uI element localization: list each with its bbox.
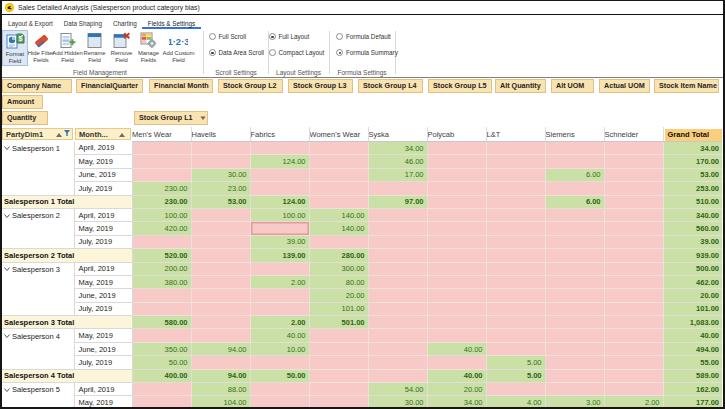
value-cell[interactable] xyxy=(427,235,486,248)
value-cell[interactable] xyxy=(132,155,191,168)
value-cell[interactable] xyxy=(604,275,663,288)
value-cell[interactable] xyxy=(427,356,486,369)
value-cell[interactable] xyxy=(545,302,604,315)
grand-total-cell[interactable]: 39.00 xyxy=(663,235,722,248)
value-cell[interactable] xyxy=(250,396,309,409)
value-cell[interactable] xyxy=(132,142,191,155)
value-cell[interactable] xyxy=(132,396,191,409)
total-value-cell[interactable]: 580.00 xyxy=(132,316,191,329)
value-cell[interactable] xyxy=(604,383,663,396)
value-cell[interactable] xyxy=(545,342,604,355)
row-label-month[interactable]: July, 2019 xyxy=(74,235,132,248)
grand-total-cell[interactable]: 40.00 xyxy=(663,329,722,342)
field-button-alt-quantity[interactable]: Alt Quantity xyxy=(495,79,546,93)
column-header[interactable]: Havells xyxy=(191,127,250,142)
value-cell[interactable] xyxy=(368,235,427,248)
row-label-month[interactable]: May, 2019 xyxy=(74,222,132,235)
total-value-cell[interactable]: 280.00 xyxy=(309,249,368,262)
value-cell[interactable] xyxy=(368,275,427,288)
value-cell[interactable]: 20.00 xyxy=(427,383,486,396)
grand-total-cell[interactable]: 560.00 xyxy=(663,222,722,235)
total-value-cell[interactable] xyxy=(486,249,545,262)
row-label-salesperson[interactable]: Salesperson 4 xyxy=(1,329,74,369)
value-cell[interactable] xyxy=(309,168,368,181)
value-cell[interactable] xyxy=(604,289,663,302)
field-button-financialquarter[interactable]: FinancialQuarter xyxy=(76,79,143,93)
row-label-month[interactable]: July, 2019 xyxy=(74,182,132,195)
value-cell[interactable] xyxy=(191,222,250,235)
column-header[interactable]: Syska xyxy=(368,127,427,142)
value-cell[interactable] xyxy=(250,356,309,369)
value-cell[interactable] xyxy=(545,329,604,342)
total-value-cell[interactable] xyxy=(545,249,604,262)
row-label-salesperson[interactable]: Salesperson 2 xyxy=(1,208,74,248)
field-button-stock-group-l2[interactable]: Stock Group L2 xyxy=(218,79,283,93)
value-cell[interactable] xyxy=(545,262,604,275)
total-value-cell[interactable] xyxy=(604,316,663,329)
value-cell[interactable] xyxy=(545,383,604,396)
value-cell[interactable] xyxy=(191,142,250,155)
total-value-cell[interactable]: 6.00 xyxy=(545,195,604,208)
value-cell[interactable] xyxy=(545,208,604,221)
row-label-month[interactable]: June, 2019 xyxy=(74,168,132,181)
field-button-stock-group-l3[interactable]: Stock Group L3 xyxy=(288,79,353,93)
field-button-stock-group-l4[interactable]: Stock Group L4 xyxy=(358,79,423,93)
value-cell[interactable] xyxy=(545,182,604,195)
column-field-dropdown[interactable]: Stock Group L1 ▼ xyxy=(134,111,208,125)
value-cell[interactable] xyxy=(250,142,309,155)
column-header[interactable]: Fabrics xyxy=(250,127,309,142)
grand-total-header[interactable]: Grand Total xyxy=(663,127,722,142)
total-row-label[interactable]: Salesperson 1 Total xyxy=(1,195,132,208)
value-cell[interactable]: 88.00 xyxy=(191,383,250,396)
value-cell[interactable]: 46.00 xyxy=(368,155,427,168)
radio-formula-default[interactable]: Formula Default xyxy=(336,33,391,40)
value-cell[interactable] xyxy=(368,262,427,275)
value-cell[interactable] xyxy=(309,356,368,369)
value-cell[interactable] xyxy=(604,155,663,168)
value-cell[interactable]: 101.00 xyxy=(309,302,368,315)
value-cell[interactable] xyxy=(368,289,427,302)
ribbon-button-add-hidden[interactable]: Add HiddenField xyxy=(54,30,81,66)
field-button-quantity[interactable]: Quantity xyxy=(2,111,48,125)
column-header[interactable]: L&T xyxy=(486,127,545,142)
value-cell[interactable]: 6.00 xyxy=(545,168,604,181)
total-value-cell[interactable]: 94.00 xyxy=(191,369,250,382)
total-value-cell[interactable] xyxy=(191,249,250,262)
value-cell[interactable] xyxy=(486,208,545,221)
grand-total-cell[interactable]: 34.00 xyxy=(663,142,722,155)
grand-total-cell[interactable]: 253.00 xyxy=(663,182,722,195)
total-value-cell[interactable]: 2.00 xyxy=(250,316,309,329)
value-cell[interactable] xyxy=(427,155,486,168)
value-cell[interactable] xyxy=(604,262,663,275)
row-label-salesperson[interactable]: Salesperson 5 xyxy=(1,383,74,409)
tab-layout-export[interactable]: Layout & Export xyxy=(3,18,59,30)
chevron-expand-icon[interactable] xyxy=(4,265,10,274)
ribbon-button-remove-field[interactable]: RemoveField xyxy=(108,30,135,66)
value-cell[interactable] xyxy=(368,208,427,221)
value-cell[interactable] xyxy=(545,142,604,155)
value-cell[interactable] xyxy=(545,235,604,248)
field-button-financial-month[interactable]: Financial Month xyxy=(149,79,213,93)
value-cell[interactable] xyxy=(604,208,663,221)
value-cell[interactable] xyxy=(132,302,191,315)
total-row-label[interactable]: Salesperson 3 Total xyxy=(1,316,132,329)
value-cell[interactable]: 20.00 xyxy=(309,289,368,302)
grand-total-cell[interactable]: 20.00 xyxy=(663,289,722,302)
value-cell[interactable] xyxy=(191,155,250,168)
value-cell[interactable] xyxy=(191,356,250,369)
row-label-month[interactable]: May, 2019 xyxy=(74,329,132,342)
value-cell[interactable] xyxy=(309,235,368,248)
value-cell[interactable] xyxy=(604,235,663,248)
grand-total-cell[interactable]: 589.00 xyxy=(663,369,722,382)
value-cell[interactable] xyxy=(604,168,663,181)
value-cell[interactable] xyxy=(604,302,663,315)
row-label-month[interactable]: April, 2019 xyxy=(74,208,132,221)
ribbon-button-hide-filter[interactable]: Hide FilterFields xyxy=(28,30,54,66)
value-cell[interactable] xyxy=(604,356,663,369)
value-cell[interactable] xyxy=(309,155,368,168)
value-cell[interactable]: 420.00 xyxy=(132,222,191,235)
value-cell[interactable] xyxy=(427,222,486,235)
value-cell[interactable] xyxy=(486,235,545,248)
value-cell[interactable] xyxy=(427,142,486,155)
column-header[interactable]: Siemens xyxy=(545,127,604,142)
